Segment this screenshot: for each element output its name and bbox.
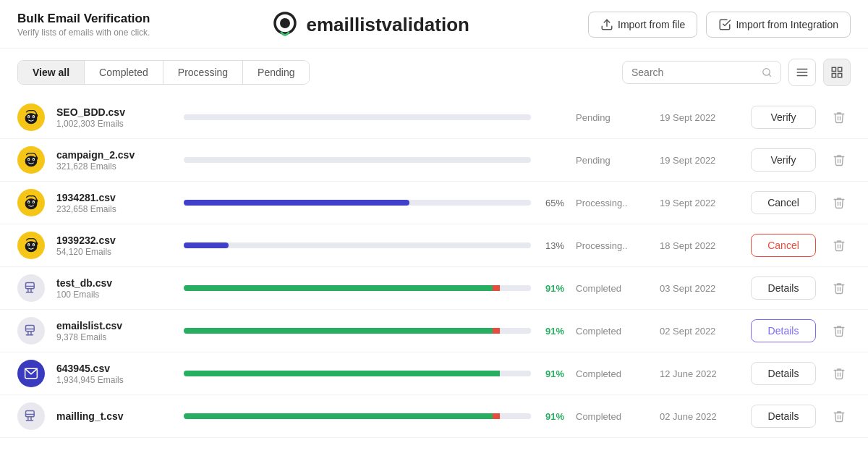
grid-icon xyxy=(830,66,843,79)
svg-rect-41 xyxy=(26,326,35,332)
file-info: emailslist.csv 9,378 Emails xyxy=(56,320,172,342)
svg-rect-9 xyxy=(838,67,842,71)
tab-processing[interactable]: Processing xyxy=(163,61,243,84)
file-name: 643945.csv xyxy=(56,363,172,374)
table-row: campaign_2.csv 321,628 Emails Pending 19… xyxy=(0,139,868,182)
progress-area: 91% xyxy=(184,411,564,422)
progress-bar xyxy=(184,114,531,120)
svg-point-1 xyxy=(280,18,290,28)
svg-point-34 xyxy=(33,245,35,246)
progress-bar xyxy=(184,242,531,248)
delete-button[interactable] xyxy=(827,319,851,342)
progress-area xyxy=(184,157,564,163)
file-name: emailslist.csv xyxy=(56,320,172,332)
svg-point-22 xyxy=(33,159,35,161)
svg-rect-8 xyxy=(832,67,835,71)
progress-bar xyxy=(184,328,531,334)
import-integration-button[interactable]: Import from Integration xyxy=(706,12,851,38)
delete-button[interactable] xyxy=(827,234,851,257)
status-label: Processing.. xyxy=(576,198,648,208)
action-button[interactable]: Details xyxy=(751,405,816,428)
progress-percent: 91% xyxy=(538,411,564,422)
action-button[interactable]: Cancel xyxy=(751,234,816,257)
mailchimp-icon xyxy=(17,104,45,131)
svg-point-23 xyxy=(35,156,38,160)
svg-point-29 xyxy=(35,199,38,203)
svg-rect-11 xyxy=(838,74,842,77)
page-subtitle: Verify lists of emails with one click. xyxy=(17,28,150,38)
email-icon xyxy=(17,360,45,387)
progress-percent: 91% xyxy=(538,283,564,294)
action-button[interactable]: Details xyxy=(751,362,816,385)
action-button[interactable]: Verify xyxy=(751,148,816,172)
progress-area: 13% xyxy=(184,240,564,251)
table-row: emailslist.csv 9,378 Emails 91% Complete… xyxy=(0,310,868,352)
svg-rect-36 xyxy=(26,283,35,289)
delete-button[interactable] xyxy=(827,362,851,385)
progress-area: 91% xyxy=(184,283,564,294)
svg-point-12 xyxy=(25,113,38,124)
status-label: Completed xyxy=(576,368,648,379)
date-label: 19 Sept 2022 xyxy=(660,112,739,123)
file-icon xyxy=(17,274,45,302)
file-name: mailling_t.csv xyxy=(56,410,172,422)
date-label: 19 Sept 2022 xyxy=(660,198,739,208)
table-row: test_db.csv 100 Emails 91% Completed 03 … xyxy=(0,267,868,310)
header: Bulk Email Verification Verify lists of … xyxy=(0,0,868,48)
status-label: Completed xyxy=(576,326,648,337)
search-box[interactable] xyxy=(622,61,781,84)
filter-tabs: View all Completed Processing Pending xyxy=(17,60,310,85)
delete-button[interactable] xyxy=(827,191,851,214)
file-emails: 321,628 Emails xyxy=(56,161,172,172)
delete-button[interactable] xyxy=(827,405,851,428)
progress-area xyxy=(184,114,564,120)
mailchimp-icon xyxy=(17,146,45,174)
date-label: 02 June 2022 xyxy=(660,411,739,422)
svg-point-33 xyxy=(28,245,30,246)
file-emails: 232,658 Emails xyxy=(56,204,172,214)
list-view-button[interactable] xyxy=(788,59,816,86)
file-emails: 1,934,945 Emails xyxy=(56,375,172,385)
progress-bar xyxy=(184,413,531,419)
progress-percent: 65% xyxy=(538,198,564,208)
integration-icon xyxy=(718,18,731,31)
svg-point-21 xyxy=(28,159,30,161)
tab-completed[interactable]: Completed xyxy=(85,61,163,84)
file-list: SEO_BDD.csv 1,002,303 Emails Pending 19 … xyxy=(0,96,868,438)
progress-area: 91% xyxy=(184,368,564,379)
import-file-button[interactable]: Import from file xyxy=(588,12,697,38)
svg-point-16 xyxy=(33,117,35,118)
mailchimp-icon xyxy=(17,232,45,259)
header-left: Bulk Email Verification Verify lists of … xyxy=(17,12,150,38)
table-row: mailling_t.csv 91% Completed 02 June 202… xyxy=(0,395,868,438)
logo: emaillistvalidation xyxy=(269,9,469,41)
tab-pending[interactable]: Pending xyxy=(243,61,309,84)
date-label: 12 June 2022 xyxy=(660,368,739,379)
page-title: Bulk Email Verification xyxy=(17,12,150,26)
file-info: campaign_2.csv 321,628 Emails xyxy=(56,149,172,172)
delete-button[interactable] xyxy=(827,276,851,300)
progress-bar xyxy=(184,157,531,163)
search-icon xyxy=(762,67,772,78)
file-info: 1939232.csv 54,120 Emails xyxy=(56,235,172,257)
delete-button[interactable] xyxy=(827,106,851,129)
grid-view-button[interactable] xyxy=(823,59,851,86)
action-button[interactable]: Details xyxy=(751,276,816,300)
delete-button[interactable] xyxy=(827,148,851,172)
svg-point-17 xyxy=(35,114,38,117)
action-button[interactable]: Verify xyxy=(751,106,816,129)
header-actions: Import from file Import from Integration xyxy=(588,12,851,38)
svg-point-15 xyxy=(28,117,30,118)
search-input[interactable] xyxy=(631,67,756,78)
svg-point-30 xyxy=(25,241,38,252)
table-row: 1939232.csv 54,120 Emails 13% Processing… xyxy=(0,224,868,267)
progress-area: 65% xyxy=(184,198,564,208)
progress-bar xyxy=(184,285,531,291)
logo-text: emaillistvalidation xyxy=(307,14,469,36)
action-button[interactable]: Cancel xyxy=(751,191,816,214)
tab-view-all[interactable]: View all xyxy=(18,61,85,84)
svg-line-4 xyxy=(769,75,771,77)
action-button[interactable]: Details xyxy=(751,319,816,342)
file-name: campaign_2.csv xyxy=(56,149,172,161)
file-emails: 9,378 Emails xyxy=(56,332,172,342)
